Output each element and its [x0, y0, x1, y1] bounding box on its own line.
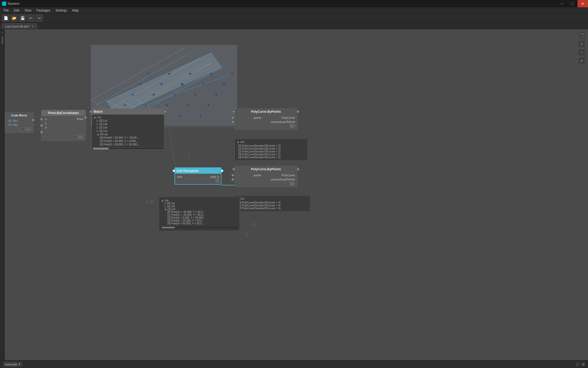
menu-file[interactable]: File [1, 7, 11, 14]
main-area: > Library [0, 29, 588, 360]
svg-point-36 [215, 94, 217, 96]
menu-view[interactable]: View [22, 7, 34, 14]
point-in-x-port[interactable] [40, 118, 43, 121]
polycurve1-out-port[interactable] [296, 110, 300, 113]
svg-point-48 [181, 83, 184, 86]
polycurve1-port-connect: connectLastToFirst [236, 120, 296, 124]
open-button[interactable]: 📂 [10, 14, 18, 22]
polycurve1-in-points-label: points [253, 116, 262, 119]
transpose-port-row: lists var[]..[] [176, 175, 220, 179]
redo-button[interactable]: ↪ [36, 14, 43, 22]
polycurve2-output-header: ▲ List [237, 197, 308, 200]
polycurve2-header: PolyCurve.ByPoints [235, 166, 297, 172]
polycurve1-in-port[interactable] [232, 110, 235, 113]
status-left: Automatic ▾ [3, 362, 22, 367]
zoom-out-button[interactable]: − [578, 49, 585, 56]
polycurve1-header: PolyCurve.ByPoints [235, 109, 297, 115]
menu-edit[interactable]: Edit [11, 7, 22, 14]
transpose-out-port[interactable] [220, 169, 224, 172]
svg-point-26 [200, 115, 202, 117]
wb-2-3: [3] Point(X = 25.000, Y = 50.0... [161, 219, 237, 222]
tree-item-4-0: [0] Point(X = 50.000, Y = -50.00... [94, 136, 162, 139]
polycurve2-title: PolyCurve.ByPoints [251, 167, 281, 171]
save-button[interactable]: 💾 [19, 14, 26, 22]
library-toggle-icon[interactable]: > [2, 31, 3, 34]
statusbar: Automatic ▾ ⬡ ⊞ [0, 360, 588, 368]
transpose-body: lists var[]..[] [175, 174, 221, 184]
codeblock-output-port[interactable] [32, 118, 35, 122]
watch-in-port[interactable] [89, 110, 92, 113]
polycurve1-in-points-port[interactable] [231, 116, 234, 119]
point-checkbox[interactable] [74, 136, 77, 138]
wb-2-0: [0] Point(X = -50.000, Y = 50.0... [161, 211, 237, 213]
svg-point-45 [210, 73, 212, 75]
svg-point-35 [194, 94, 196, 96]
menu-packages[interactable]: Packages [34, 7, 53, 14]
polycurve2-in-points-port[interactable] [231, 174, 234, 177]
polycurve1-output-0: [0] PolyCurve(NumberOfCurves = 2) [237, 144, 305, 147]
graph-view-icon[interactable]: ⬡ [576, 362, 579, 367]
tree-item-2: ▷ [2] List [94, 126, 162, 129]
watch-scrollbar-thumb[interactable] [93, 148, 109, 149]
polycurve1-output-header: ▲ List [237, 140, 305, 143]
codeblock-checkbox[interactable] [22, 128, 24, 131]
canvas[interactable]: Code Block ..50..#Nx; ..50..#Ny; xxx Poi… [5, 29, 588, 360]
node-view-icon[interactable]: ⊞ [581, 362, 585, 367]
polycurve1-in-connect-port[interactable] [231, 120, 234, 123]
transpose-in-port[interactable] [172, 169, 176, 172]
wb-scrollbar[interactable] [161, 227, 237, 229]
polycurve2-output-0: [0] PolyCurve(NumberOfCurves = 4) [237, 201, 308, 204]
svg-point-44 [189, 73, 191, 75]
new-button[interactable]: 📄 [2, 14, 9, 22]
fit-button[interactable]: + [578, 57, 585, 64]
polycurve1-output-2: [2] PolyCurve(NumberOfCurves = 2) [237, 150, 305, 153]
minimize-button[interactable]: ─ [557, 0, 567, 7]
run-mode-chevron: ▾ [19, 363, 20, 366]
titlebar: Dynamo ─ □ ✕ [0, 0, 588, 7]
codeblock-x-btn[interactable]: xxx [25, 127, 31, 131]
maximize-button[interactable]: □ [567, 0, 578, 7]
tab-file[interactable]: List-Count-3A.dyn* ✕ [2, 23, 37, 29]
tree-item-4: ▲ [4] List [94, 133, 162, 136]
run-mode-label: Automatic [5, 363, 18, 366]
polycurve1-square[interactable] [290, 124, 293, 128]
fullscreen-button[interactable]: ⛶ [578, 32, 585, 39]
svg-point-25 [179, 115, 181, 117]
polycurve2-out-port[interactable] [296, 168, 300, 171]
menu-help[interactable]: Help [69, 7, 81, 14]
codeblock-line2: ..50..#Ny; [6, 123, 32, 127]
transpose-node: List.Transpose lists var[]..[] [174, 167, 222, 185]
wb-header: ▲ List [161, 199, 237, 202]
tab-close-icon[interactable]: ✕ [32, 25, 34, 28]
transpose-header: List.Transpose [175, 168, 221, 174]
callout-2: 2 [145, 199, 148, 205]
menu-settings[interactable]: Settings [53, 7, 69, 14]
watch-out-port[interactable] [164, 110, 167, 113]
point-x-btn[interactable]: xxx [78, 135, 83, 139]
svg-point-43 [168, 73, 170, 75]
point-out-port[interactable] [84, 116, 87, 119]
polycurve2-node: PolyCurve.ByPoints points PolyCurve conn… [235, 166, 297, 187]
point-in-z-port[interactable] [40, 131, 43, 134]
wb-0: ▷ [0] List [161, 202, 237, 205]
close-button[interactable]: ✕ [578, 0, 588, 7]
polycurve2-in-connect-label: connectLastToFirst [270, 178, 296, 181]
transpose-in-label: lists [176, 175, 183, 178]
wb-scrollbar-thumb[interactable] [162, 227, 175, 228]
undo-button[interactable]: ↩ [27, 14, 34, 22]
transpose-square[interactable] [216, 179, 219, 183]
point-in-y-label: y [43, 122, 48, 125]
watch-scrollbar[interactable] [92, 147, 164, 149]
callout-3: 3 [245, 232, 248, 238]
run-mode-dropdown[interactable]: Automatic ▾ [3, 362, 22, 367]
polycurve2-square[interactable] [290, 182, 293, 185]
zoom-in-button[interactable]: + [578, 40, 585, 48]
polycurve2-in-connect-port[interactable] [231, 178, 234, 181]
polycurve2-in-port[interactable] [232, 168, 235, 171]
polycurve1-node: PolyCurve.ByPoints points PolyCurve conn… [235, 109, 297, 129]
polycurve2-body: points PolyCurve connectLastToFirst i [235, 172, 297, 187]
point-in-z-label: z [43, 126, 48, 129]
tree-item-0: ▷ [0] List [94, 119, 162, 122]
point-in-y-port[interactable] [40, 124, 43, 127]
tabbar: List-Count-3A.dyn* ✕ [0, 22, 588, 29]
